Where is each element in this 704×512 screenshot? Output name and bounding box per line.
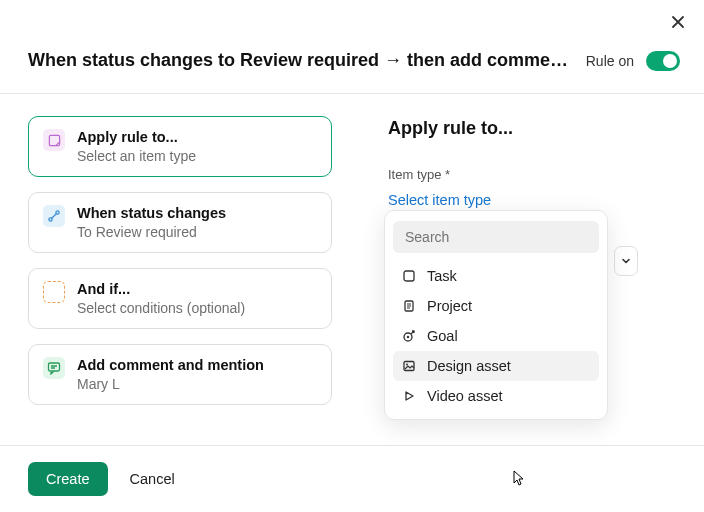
field-label: Item type * [388,167,676,182]
create-button[interactable]: Create [28,462,108,496]
step-apply-rule[interactable]: Apply rule to... Select an item type [28,116,332,177]
step-subtitle: Mary L [77,376,264,392]
dropdown-item-label: Design asset [427,358,511,374]
footer: Create Cancel [0,445,704,512]
panel-title: Apply rule to... [388,118,676,139]
rule-steps: Apply rule to... Select an item type Whe… [28,116,332,405]
collapsed-field-chevron[interactable] [614,246,638,276]
item-type-dropdown: Task Project Goal Design asset [384,210,608,420]
step-title: Apply rule to... [77,129,196,145]
condition-icon [43,281,65,303]
svg-point-7 [407,336,409,338]
step-subtitle: Select conditions (optional) [77,300,245,316]
dropdown-item-goal[interactable]: Goal [393,321,599,351]
rule-title: When status changes to Review required →… [28,50,574,71]
task-icon [401,268,417,284]
cursor-pointer-icon [509,469,527,492]
step-condition[interactable]: And if... Select conditions (optional) [28,268,332,329]
step-title: When status changes [77,205,226,221]
detail-panel: Apply rule to... Item type * Select item… [388,116,676,405]
svg-point-9 [406,364,408,366]
play-icon [401,388,417,404]
image-icon [401,358,417,374]
dropdown-item-video-asset[interactable]: Video asset [393,381,599,411]
rule-on-label: Rule on [586,53,634,69]
header: When status changes to Review required →… [0,0,704,94]
dropdown-item-project[interactable]: Project [393,291,599,321]
svg-rect-4 [404,271,414,281]
comment-icon [43,357,65,379]
dropdown-search-input[interactable] [393,221,599,253]
step-trigger[interactable]: When status changes To Review required [28,192,332,253]
select-item-type[interactable]: Select item type [388,192,676,208]
dropdown-item-label: Video asset [427,388,503,404]
flow-icon [43,205,65,227]
rule-on-toggle[interactable] [646,51,680,71]
dropdown-item-label: Goal [427,328,458,344]
goal-icon [401,328,417,344]
step-title: And if... [77,281,245,297]
dropdown-item-label: Task [427,268,457,284]
step-subtitle: To Review required [77,224,226,240]
close-button[interactable] [670,14,686,33]
step-title: Add comment and mention [77,357,264,373]
dropdown-item-task[interactable]: Task [393,261,599,291]
cancel-button[interactable]: Cancel [130,471,175,487]
chevron-down-icon [620,255,632,267]
note-icon [43,129,65,151]
dropdown-item-design-asset[interactable]: Design asset [393,351,599,381]
svg-rect-3 [49,363,60,371]
step-action[interactable]: Add comment and mention Mary L [28,344,332,405]
step-subtitle: Select an item type [77,148,196,164]
dropdown-item-label: Project [427,298,472,314]
project-icon [401,298,417,314]
close-icon [670,14,686,30]
